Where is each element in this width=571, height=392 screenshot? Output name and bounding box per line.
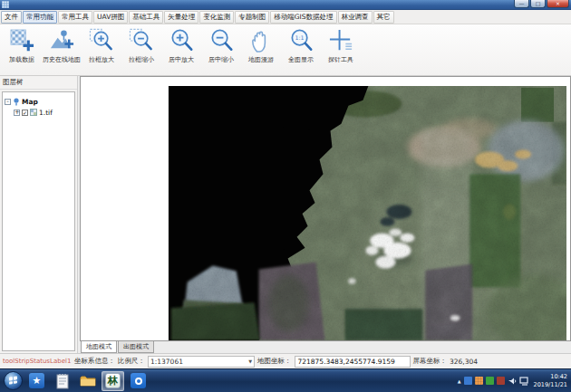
main-area: 图层树 - Map + ✓ 1.tif [0,76,571,353]
center-zoom-out-icon [208,28,235,54]
tab-others[interactable]: 其它 [373,11,394,24]
layer-panel: 图层树 - Map + ✓ 1.tif [0,76,78,353]
status-bar: toolStripStatusLabel1 坐标系信息： 比例尺： 1:1370… [0,353,571,368]
toolbar-label: 居中缩小 [208,55,234,64]
scale-value: 1:137061 [150,358,183,366]
tray-expand-icon[interactable]: ▲ [458,378,461,384]
full-extent-button[interactable]: 1:1 全图显示 [281,26,321,64]
network-icon[interactable] [519,377,529,386]
maximize-button[interactable]: □ [530,0,546,8]
tab-layout-mode[interactable]: 出图模式 [118,341,154,353]
box-zoom-in-button[interactable]: 拉框放大 [82,26,121,64]
screen-coord-label: 屏幕坐标： [413,357,448,366]
map-pin-icon [13,98,20,106]
full-extent-icon: 1:1 [288,28,315,54]
tab-common-tools[interactable]: 常用工具 [58,11,92,24]
crs-info-label: 坐标系信息： [74,357,115,366]
satellite-mosaic [81,77,570,340]
windows-logo-icon [9,376,17,384]
windows-taskbar: ★ 林 ▲ [0,368,571,392]
tray-grid-app-icon[interactable] [475,377,483,385]
taskbar-forestry-app[interactable]: 林 [102,371,124,391]
layer-checkbox[interactable]: ✓ [22,110,28,116]
expand-icon[interactable]: + [14,110,20,116]
pan-hand-icon [248,28,275,54]
box-zoom-out-icon [129,28,155,54]
load-data-icon [9,28,35,54]
toolbar-label: 全图显示 [288,55,314,64]
tray-flag-icon[interactable] [497,377,505,385]
toolbar-label: 拉框缩小 [129,55,154,64]
toolbar-label: 探针工具 [328,55,353,64]
map-column: 地图模式 出图模式 [78,76,571,353]
star-app-icon: ★ [29,373,44,388]
titlebar: — □ × [0,0,571,10]
tab-uav-mosaic[interactable]: UAV拼图 [93,11,128,24]
scale-label: 比例尺： [118,357,145,366]
tab-thematic-mapping[interactable]: 专题制图 [235,11,269,24]
app-icon [2,1,9,8]
forestry-app-icon: 林 [105,373,121,388]
tree-node-label: 1.tif [39,109,53,117]
layer-tree: - Map + ✓ 1.tif [2,91,75,351]
minimize-button[interactable]: — [514,0,529,8]
map-coord-label: 地图坐标： [257,357,292,366]
toolbar-label: 加载数据 [9,55,34,64]
center-zoom-in-icon [169,28,195,54]
map-viewport[interactable] [80,76,571,341]
tray-antivirus-icon[interactable] [486,377,494,385]
toolbar-label: 拉框放大 [89,55,114,64]
taskbar-o-app[interactable] [127,371,150,391]
raster-layer-icon [30,109,37,116]
toolbar-label: 居中放大 [169,55,194,64]
menu-tab-bar: 文件 常用功能 常用工具 UAV拼图 基础工具 矢量处理 变化监测 专题制图 移… [0,10,571,24]
taskbar-star-app[interactable]: ★ [25,371,48,391]
tree-node-1tif[interactable]: + ✓ 1.tif [5,107,73,118]
scale-combobox[interactable]: 1:137061 ▼ [148,356,255,368]
tab-mobile-gis-data[interactable]: 移动端GIS数据处理 [270,11,336,24]
clock-date: 2019/11/21 [534,381,567,388]
start-button[interactable] [4,371,23,390]
tab-file[interactable]: 文件 [1,11,22,24]
box-zoom-out-button[interactable]: 拉框缩小 [121,26,161,64]
tab-map-mode[interactable]: 地图模式 [81,340,117,353]
toolbar-label: 地图漫游 [248,55,274,64]
status-left-label: toolStripStatusLabel1 [3,358,72,365]
history-online-map-icon [49,28,75,54]
application-window: — □ × 文件 常用功能 常用工具 UAV拼图 基础工具 矢量处理 变化监测 … [0,0,571,392]
toolbar-label: 历史在线地图 [43,55,81,64]
clock-time: 10:42 [534,373,567,380]
tree-node-label: Map [22,98,38,106]
tab-vector-processing[interactable]: 矢量处理 [164,11,198,24]
ribbon-toolbar: 加载数据 历史在线地图 拉框放大 [0,24,571,76]
map-coord-value: 721875.3483,2455774.9159 [295,356,411,368]
probe-tool-icon [328,28,354,54]
history-online-map-button[interactable]: 历史在线地图 [42,26,82,64]
load-data-button[interactable]: 加载数据 [2,26,42,64]
collapse-icon[interactable]: - [5,99,11,105]
tab-basic-tools[interactable]: 基础工具 [129,11,163,24]
tab-change-detection[interactable]: 变化监测 [199,11,234,24]
close-button[interactable]: × [547,0,569,8]
taskbar-explorer-app[interactable] [76,371,99,391]
screen-coord-value: 326,304 [450,358,478,366]
probe-tool-button[interactable]: 探针工具 [321,26,361,64]
o-app-icon [131,373,146,388]
center-zoom-in-button[interactable]: 居中放大 [161,26,201,64]
tray-clock[interactable]: 10:42 2019/11/21 [534,373,567,388]
dropdown-arrow-icon[interactable]: ▼ [248,359,252,364]
layer-panel-title: 图层树 [0,76,77,90]
notepad-icon [55,373,70,389]
svg-text:1:1: 1:1 [295,34,304,41]
map-pan-button[interactable]: 地图漫游 [241,26,281,64]
tab-common-functions[interactable]: 常用功能 [23,11,57,24]
volume-icon[interactable] [508,377,517,386]
system-tray: ▲ 10:42 2019/11/21 [458,373,567,388]
tree-node-map[interactable]: - Map [5,96,73,107]
folder-icon [80,374,96,387]
map-mode-tabs: 地图模式 出图模式 [80,341,571,353]
tray-ime-icon[interactable] [464,377,472,385]
tab-forestry-survey[interactable]: 林业调查 [338,11,373,24]
center-zoom-out-button[interactable]: 居中缩小 [201,26,241,64]
taskbar-notepad-app[interactable] [51,371,73,391]
